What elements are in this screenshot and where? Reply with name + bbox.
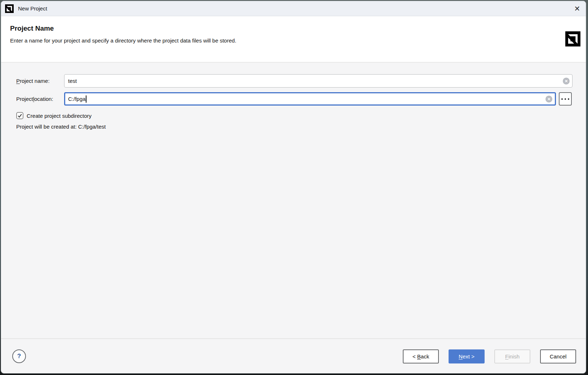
window-titlebar[interactable]: New Project ✕ bbox=[1, 1, 586, 16]
project-name-value: test bbox=[68, 78, 77, 84]
page-description: Enter a name for your project and specif… bbox=[10, 37, 236, 44]
help-button[interactable]: ? bbox=[12, 349, 26, 363]
amd-logo-icon bbox=[565, 31, 580, 46]
new-project-dialog: New Project ✕ Project Name Enter a name … bbox=[1, 1, 586, 374]
page-title: Project Name bbox=[10, 24, 54, 32]
window-title: New Project bbox=[18, 5, 47, 12]
amd-logo-icon bbox=[5, 4, 14, 13]
next-button[interactable]: Next > bbox=[449, 349, 485, 363]
finish-button[interactable]: Finish bbox=[494, 349, 530, 363]
project-location-input[interactable]: C:/fpga ✕ bbox=[64, 92, 556, 106]
checkmark-icon bbox=[17, 113, 22, 118]
cancel-button[interactable]: Cancel bbox=[540, 349, 576, 363]
ellipsis-icon bbox=[565, 98, 566, 100]
wizard-header: Project Name Enter a name for your proje… bbox=[1, 16, 586, 63]
ellipsis-icon bbox=[568, 98, 569, 100]
clear-icon[interactable]: ✕ bbox=[563, 77, 570, 84]
close-icon[interactable]: ✕ bbox=[571, 3, 583, 14]
created-at-text: Project will be created at: C:/fpga/test bbox=[16, 124, 106, 130]
project-name-label: Project name: bbox=[16, 74, 50, 88]
create-subdirectory-label[interactable]: Create project subdirectory bbox=[27, 113, 92, 119]
clear-icon[interactable]: ✕ bbox=[545, 95, 552, 102]
project-location-value: C:/fpga bbox=[68, 96, 85, 102]
ellipsis-icon bbox=[561, 98, 563, 100]
create-subdirectory-checkbox[interactable] bbox=[16, 112, 23, 119]
project-location-label: Project location: bbox=[16, 92, 53, 106]
create-subdirectory-row: Create project subdirectory bbox=[16, 111, 92, 120]
browse-button[interactable] bbox=[559, 92, 572, 106]
footer-divider bbox=[1, 338, 586, 339]
text-caret bbox=[86, 95, 86, 103]
back-button[interactable]: < Back bbox=[403, 349, 439, 363]
project-name-input[interactable]: test ✕ bbox=[64, 74, 573, 88]
